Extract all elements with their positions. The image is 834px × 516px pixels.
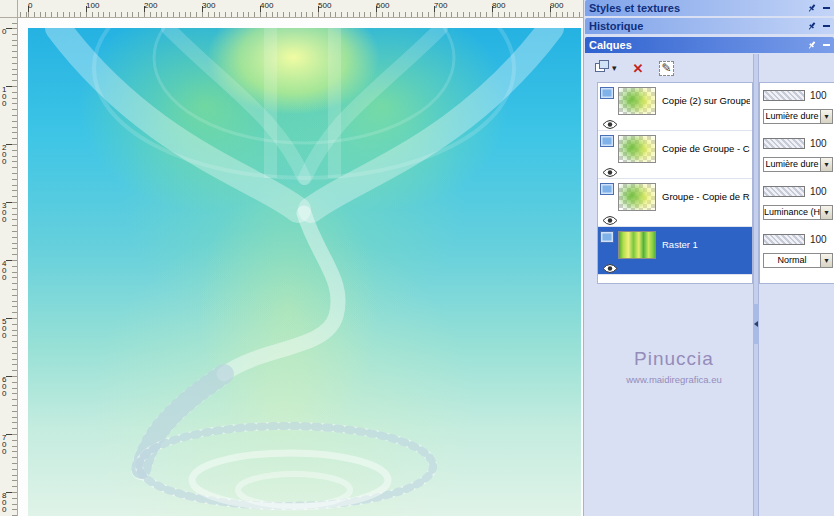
blend-mode-value: Luminance (H) [764, 206, 820, 219]
layer-row[interactable]: Groupe - Copie de Ra [598, 179, 752, 227]
styles-panel-title: Styles et textures [589, 2, 807, 14]
new-layer-icon [595, 59, 610, 77]
opacity-slider[interactable] [763, 138, 805, 149]
layer-name: Copie de Groupe - Co [662, 143, 750, 154]
chevron-down-icon[interactable]: ▾ [820, 158, 832, 171]
blend-mode-value: Lumière dure [764, 158, 820, 171]
v-ruler-label: 3 0 0 [2, 202, 6, 223]
layer-controls-column: 100 Lumière dure ▾ 100 Lumière dure ▾ [759, 82, 834, 284]
raster-layer-icon [600, 134, 615, 147]
layer-name: Copie (2) sur Groupe [662, 95, 750, 106]
opacity-slider[interactable] [763, 234, 805, 245]
h-ruler-label: 400 [260, 1, 273, 10]
ruler-corner [0, 0, 18, 18]
chevron-down-icon[interactable]: ▾ [820, 254, 832, 267]
raster-layer-icon [600, 182, 615, 195]
visibility-eye-icon[interactable] [602, 260, 618, 271]
history-panel-titlebar[interactable]: Historique [585, 18, 834, 34]
layers-panel-body: ▾ ✕ ✎ Copie (2) sur Groupe [585, 54, 834, 516]
pin-icon[interactable] [807, 0, 817, 17]
blend-mode-dropdown[interactable]: Lumière dure ▾ [763, 109, 833, 124]
layers-panel-titlebar[interactable]: Calques [585, 37, 834, 53]
layer-row[interactable]: Copie de Groupe - Co [598, 131, 752, 179]
h-ruler-label: 100 [86, 1, 99, 10]
blend-mode-dropdown[interactable]: Lumière dure ▾ [763, 157, 833, 172]
watermark-name: Pinuccia [599, 348, 749, 370]
horizontal-ruler: 0100200300400500600700800900 [18, 0, 583, 18]
opacity-value: 100 [810, 186, 827, 197]
visibility-eye-icon[interactable] [602, 116, 618, 127]
edit-selection-button[interactable]: ✎ [657, 60, 675, 77]
layer-list: Copie (2) sur Groupe Copie de Groupe - C… [597, 82, 753, 284]
h-ruler-label: 500 [318, 1, 331, 10]
delete-layer-button[interactable]: ✕ [631, 61, 646, 76]
right-panel: Styles et textures Historique Calques [583, 0, 834, 516]
blend-mode-dropdown[interactable]: Luminance (H) ▾ [763, 205, 833, 220]
blend-mode-dropdown[interactable]: Normal ▾ [763, 253, 833, 268]
v-ruler-label: 1 0 0 [2, 86, 6, 107]
layer-thumbnail [618, 87, 656, 115]
layer-thumbnail [618, 135, 656, 163]
chevron-left-icon [754, 321, 758, 327]
canvas-image[interactable] [28, 28, 581, 516]
layers-panel-title: Calques [589, 39, 807, 51]
vertical-ruler: 01 0 02 0 03 0 04 0 05 0 06 0 07 0 08 0 … [0, 18, 18, 516]
h-ruler-label: 300 [202, 1, 215, 10]
watermark: Pinuccia www.maidiregrafica.eu [599, 348, 749, 385]
styles-panel-titlebar[interactable]: Styles et textures [585, 0, 834, 16]
opacity-slider[interactable] [763, 186, 805, 197]
raster-layer-icon [600, 86, 615, 99]
pin-icon[interactable] [807, 17, 817, 35]
history-panel-title: Historique [589, 20, 807, 32]
layer-name: Groupe - Copie de Ra [662, 191, 750, 202]
visibility-eye-icon[interactable] [602, 164, 618, 175]
layer-row-selected[interactable]: Raster 1 [598, 227, 752, 275]
minimize-icon[interactable] [823, 7, 830, 9]
watermark-url: www.maidiregrafica.eu [599, 374, 749, 385]
h-ruler-label: 200 [144, 1, 157, 10]
layer-thumbnail [618, 183, 656, 211]
opacity-value: 100 [810, 90, 827, 101]
v-ruler-label: 7 0 0 [2, 434, 6, 455]
layer-thumbnail [618, 231, 656, 259]
v-ruler-label: 5 0 0 [2, 318, 6, 339]
layer-row[interactable]: Copie (2) sur Groupe [598, 83, 752, 131]
blend-mode-value: Lumière dure [764, 110, 820, 123]
layer-controls: 100 Normal ▾ [760, 227, 834, 275]
v-ruler-label: 8 0 0 [2, 492, 6, 513]
layer-name: Raster 1 [662, 239, 698, 250]
h-ruler-label: 900 [550, 1, 563, 10]
h-ruler-label: 600 [376, 1, 389, 10]
delete-icon: ✕ [633, 62, 644, 75]
opacity-value: 100 [810, 234, 827, 245]
v-ruler-label: 4 0 0 [2, 260, 6, 281]
app-window: 0100200300400500600700800900 01 0 02 0 0… [0, 0, 834, 516]
raster-layer-icon [600, 230, 615, 243]
minimize-icon[interactable] [823, 25, 830, 27]
h-ruler-label: 800 [492, 1, 505, 10]
v-ruler-label: 0 [2, 28, 6, 35]
opacity-value: 100 [810, 138, 827, 149]
layers-toolbar: ▾ ✕ ✎ [593, 57, 676, 79]
h-ruler-label: 0 [28, 1, 32, 10]
pencil-icon: ✎ [659, 61, 673, 76]
chevron-down-icon[interactable]: ▾ [820, 110, 832, 123]
blend-mode-value: Normal [764, 254, 820, 267]
opacity-slider[interactable] [763, 90, 805, 101]
pin-icon[interactable] [807, 36, 817, 54]
chevron-down-icon: ▾ [612, 64, 617, 73]
layer-controls: 100 Lumière dure ▾ [760, 131, 834, 179]
new-layer-button[interactable]: ▾ [593, 58, 619, 78]
layer-controls: 100 Luminance (H) ▾ [760, 179, 834, 227]
minimize-icon[interactable] [823, 44, 830, 46]
splitter-collapse-handle[interactable] [753, 304, 759, 344]
chevron-down-icon[interactable]: ▾ [820, 206, 832, 219]
visibility-eye-icon[interactable] [602, 212, 618, 223]
h-ruler-label: 700 [434, 1, 447, 10]
v-ruler-label: 2 0 0 [2, 144, 6, 165]
v-ruler-label: 6 0 0 [2, 376, 6, 397]
artwork-overlay [28, 28, 581, 516]
layer-controls: 100 Lumière dure ▾ [760, 83, 834, 131]
